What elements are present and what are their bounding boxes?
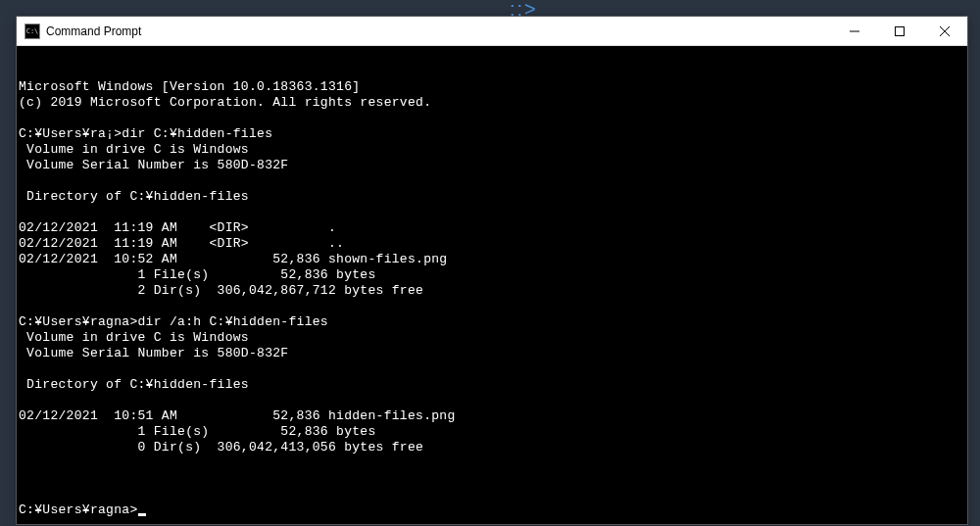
terminal-line: Directory of C:¥hidden-files xyxy=(19,189,965,205)
terminal-line: Directory of C:¥hidden-files xyxy=(19,377,965,393)
terminal-line: Volume Serial Number is 580D-832F xyxy=(19,158,965,173)
terminal-line: (c) 2019 Microsoft Corporation. All righ… xyxy=(19,95,965,111)
terminal-line xyxy=(19,393,965,408)
svg-rect-1 xyxy=(896,26,905,35)
command-prompt-window: C:\ Command Prompt Microsoft Windows [Ve… xyxy=(16,16,968,525)
titlebar[interactable]: C:\ Command Prompt xyxy=(17,17,967,46)
terminal-prompt-line: C:¥Users¥ragna> xyxy=(19,502,965,518)
minimize-button[interactable] xyxy=(832,17,877,45)
terminal-line: 02/12/2021 10:52 AM 52,836 shown-files.p… xyxy=(19,252,965,267)
terminal-line: 1 File(s) 52,836 bytes xyxy=(19,267,965,283)
terminal-line: C:¥Users¥ragna>dir /a:h C:¥hidden-files xyxy=(19,314,965,330)
terminal-line: 2 Dir(s) 306,042,867,712 bytes free xyxy=(19,283,965,299)
terminal-line xyxy=(19,361,965,377)
terminal-line: 02/12/2021 11:19 AM <DIR> . xyxy=(19,220,965,236)
terminal-line: C:¥Users¥ra¡>dir C:¥hidden-files xyxy=(19,126,965,142)
window-controls xyxy=(832,17,967,45)
terminal-line: 1 File(s) 52,836 bytes xyxy=(19,424,965,440)
terminal-line: 02/12/2021 10:51 AM 52,836 hidden-files.… xyxy=(19,408,965,424)
cursor xyxy=(138,513,146,516)
terminal-line: Volume Serial Number is 580D-832F xyxy=(19,346,965,361)
prompt-text: C:¥Users¥ragna> xyxy=(19,502,138,517)
close-button[interactable] xyxy=(922,17,967,45)
terminal-line xyxy=(19,111,965,126)
terminal-line: 02/12/2021 11:19 AM <DIR> .. xyxy=(19,236,965,252)
window-title: Command Prompt xyxy=(46,24,832,38)
maximize-button[interactable] xyxy=(877,17,922,45)
terminal-line xyxy=(19,455,965,471)
terminal-line xyxy=(19,299,965,314)
terminal-line xyxy=(19,205,965,220)
terminal-line: Volume in drive C is Windows xyxy=(19,142,965,158)
cmd-icon: C:\ xyxy=(24,24,40,39)
terminal-line xyxy=(19,173,965,189)
terminal-lines: Microsoft Windows [Version 10.0.18363.13… xyxy=(19,79,965,471)
terminal-line: Volume in drive C is Windows xyxy=(19,330,965,346)
terminal-line: Microsoft Windows [Version 10.0.18363.13… xyxy=(19,79,965,95)
terminal-output[interactable]: Microsoft Windows [Version 10.0.18363.13… xyxy=(17,46,967,524)
terminal-line: 0 Dir(s) 306,042,413,056 bytes free xyxy=(19,440,965,455)
